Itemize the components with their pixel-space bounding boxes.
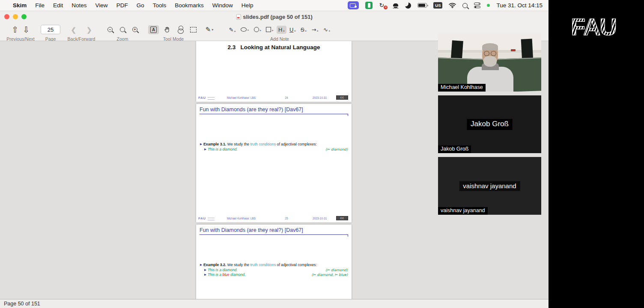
video-tile-vaishnav-jayanand[interactable]: vaishnav jayanand vaishnav jayanand bbox=[438, 157, 541, 215]
display-device-icon[interactable] bbox=[393, 3, 399, 9]
pen-icon: ✎ bbox=[206, 26, 211, 33]
toolbar-group-zoom: − + Zoom bbox=[102, 24, 143, 41]
previous-page-button[interactable]: ⇧ bbox=[12, 26, 18, 34]
footer-date: 2023-10-31 bbox=[313, 217, 327, 220]
menu-pdf[interactable]: PDF bbox=[112, 2, 132, 9]
add-anchored-note-button[interactable]: + bbox=[239, 26, 251, 33]
footer-author: Michael Kohlhase: LBS bbox=[227, 96, 256, 99]
toolbar-group-prev-next: ⇧ ⇩ Previous/Next bbox=[5, 24, 36, 41]
add-ink-note-button[interactable]: ∿+ bbox=[322, 26, 332, 34]
magnify-loupe-icon bbox=[178, 26, 183, 34]
add-strikeout-note-button[interactable]: S+ bbox=[299, 26, 308, 34]
battery-icon[interactable] bbox=[417, 3, 427, 8]
traffic-lights bbox=[4, 14, 27, 19]
video-tile-michael-kohlhase[interactable]: Michael Kohlhase bbox=[438, 34, 541, 92]
screen: Skim File Edit Notes View PDF Go Tools B… bbox=[0, 0, 644, 308]
add-box-note-button[interactable]: + bbox=[264, 26, 275, 33]
menu-edit[interactable]: Edit bbox=[49, 2, 67, 9]
triangle-bullet-icon: ▶ bbox=[200, 142, 202, 145]
green-app-menu-icon[interactable] bbox=[365, 2, 373, 9]
participant-display-name: vaishnav jayanand bbox=[459, 181, 520, 191]
minimize-window-button[interactable] bbox=[13, 14, 18, 19]
next-page-button[interactable]: ⇩ bbox=[23, 26, 30, 34]
zoom-out-icon[interactable]: − bbox=[107, 27, 113, 32]
hand-icon bbox=[164, 26, 171, 33]
menu-bar: Skim File Edit Notes View PDF Go Tools B… bbox=[0, 0, 549, 11]
text-tool-button[interactable]: A bbox=[148, 25, 159, 34]
wifi-icon[interactable] bbox=[449, 3, 456, 8]
ink-note-icon: ∿ bbox=[323, 27, 328, 33]
sync-error-icon[interactable]: ↻× bbox=[379, 2, 386, 9]
adjective-blue: blue bbox=[222, 272, 229, 277]
highlight-note-icon: H bbox=[278, 27, 282, 33]
person-glasses bbox=[484, 51, 496, 56]
scroll-hand-tool-button[interactable] bbox=[161, 25, 173, 35]
footer-author: Michael Kohlhase: LBS bbox=[227, 217, 256, 220]
screen-sharing-indicator-icon[interactable] bbox=[348, 1, 359, 9]
video-tile-jakob-gross[interactable]: Jakob Groß Jakob Groß bbox=[438, 95, 541, 153]
participant-name-tag: Michael Kohlhase bbox=[438, 84, 486, 92]
back-button[interactable]: ❮ bbox=[71, 27, 76, 33]
fau-footer-logo: FAU bbox=[198, 96, 206, 100]
toolbar-group-tool-mode: A Tool Mode bbox=[146, 24, 201, 41]
close-window-button[interactable] bbox=[4, 14, 9, 19]
menu-file[interactable]: File bbox=[31, 2, 49, 9]
example-2-item-2: ▶This is a blue diamond. (⊨ diamond, ⊨ b… bbox=[204, 273, 348, 277]
focus-moon-icon[interactable] bbox=[405, 3, 411, 9]
side-strip: FAU bbox=[549, 0, 644, 308]
example-2-item-1: ▶This is a diamond. (⊨ diamond) bbox=[204, 268, 348, 272]
magnify-tool-button[interactable] bbox=[176, 24, 185, 35]
add-circle-note-button[interactable]: + bbox=[252, 26, 263, 33]
select-tool-button[interactable] bbox=[188, 26, 199, 34]
person-hair bbox=[482, 43, 498, 50]
spotlight-search-icon[interactable] bbox=[462, 3, 468, 8]
menu-view[interactable]: View bbox=[91, 2, 112, 9]
keyboard-layout-indicator[interactable]: US bbox=[433, 2, 442, 9]
zoom-window-button[interactable] bbox=[21, 14, 27, 19]
pdf-page-example-2[interactable]: Fun with Diamonds (are they real?) [Dav6… bbox=[196, 225, 352, 299]
menu-go[interactable]: Go bbox=[132, 2, 149, 9]
status-bar: Page 50 of 151 bbox=[0, 299, 549, 308]
anchored-note-icon bbox=[241, 27, 247, 32]
pdf-document-icon bbox=[236, 14, 241, 20]
line-note-icon: → bbox=[311, 27, 316, 33]
fau-footer-logo: FAU bbox=[198, 216, 206, 220]
zoom-actual-size-icon[interactable] bbox=[120, 27, 125, 32]
menu-skim[interactable]: Skim bbox=[9, 2, 31, 9]
page-indicator: Page 50 of 151 bbox=[4, 301, 40, 307]
note-tool-dropdown-button[interactable]: ✎▾ bbox=[203, 24, 216, 35]
add-underline-note-button[interactable]: U+ bbox=[288, 26, 298, 34]
example-1-line: ▶Example 3.1. We study the truth conditi… bbox=[200, 142, 348, 146]
underline-note-icon: U bbox=[289, 27, 293, 33]
triangle-bullet-icon: ▶ bbox=[204, 148, 206, 151]
chevron-down-icon: ▾ bbox=[212, 28, 213, 32]
menu-notes[interactable]: Notes bbox=[67, 2, 91, 9]
participant-name-tag: Jakob Groß bbox=[438, 145, 471, 153]
zoom-in-icon[interactable]: + bbox=[132, 27, 137, 32]
menu-help[interactable]: Help bbox=[237, 2, 258, 9]
wall-sign bbox=[511, 49, 516, 51]
window-title-bar: slides.pdf (page 50 of 151) bbox=[0, 11, 549, 22]
page-number-input[interactable] bbox=[41, 25, 60, 34]
fau-logo: FAU bbox=[571, 13, 616, 41]
pdf-page-example-1[interactable]: Fun with Diamonds (are they real?) [Dav6… bbox=[196, 104, 352, 222]
section-title: 2.3 Looking at Natural Language bbox=[196, 44, 352, 50]
menu-tools[interactable]: Tools bbox=[149, 2, 171, 9]
pdf-page-section[interactable]: 2.3 Looking at Natural Language FAU Mich… bbox=[196, 41, 352, 102]
slide-footer: FAU Michael Kohlhase: LBS 24 2023-10-31 … bbox=[196, 95, 352, 101]
toolbar-group-page: Page bbox=[39, 24, 62, 41]
box-note-icon bbox=[266, 27, 271, 32]
add-line-note-button[interactable]: →+ bbox=[310, 26, 320, 34]
menu-window[interactable]: Window bbox=[208, 2, 237, 9]
participant-display-name: Jakob Groß bbox=[467, 119, 513, 130]
window-title-text: slides.pdf (page 50 of 151) bbox=[243, 14, 313, 20]
toolbar-group-note-tool: ✎▾ bbox=[202, 24, 217, 36]
truth-conditions-link: truth conditions bbox=[250, 263, 276, 267]
forward-button[interactable]: ❯ bbox=[86, 27, 92, 33]
add-highlight-note-button[interactable]: H+ bbox=[277, 26, 286, 34]
menu-bar-clock[interactable]: Tue 31. Oct 14:15 bbox=[496, 2, 543, 9]
menu-bookmarks[interactable]: Bookmarks bbox=[170, 2, 208, 9]
add-text-note-button[interactable]: ✎+ bbox=[227, 25, 238, 34]
control-center-icon[interactable] bbox=[474, 3, 480, 8]
frame-title: Fun with Diamonds (are they real?) [Dav6… bbox=[200, 107, 348, 113]
